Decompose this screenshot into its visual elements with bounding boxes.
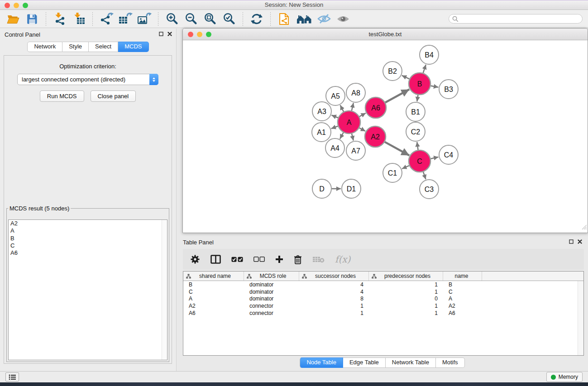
graph-node-D1[interactable]: D1 <box>342 179 361 198</box>
deselect-all-icon[interactable] <box>253 257 265 262</box>
cell-name[interactable]: C <box>443 289 482 295</box>
tab-mcds[interactable]: MCDS <box>118 42 148 52</box>
export-table-icon[interactable] <box>118 12 133 26</box>
tab-select[interactable]: Select <box>89 42 118 52</box>
graph-node-A6[interactable]: A6 <box>365 97 386 118</box>
task-history-button[interactable] <box>5 372 19 381</box>
graph-node-A8[interactable]: A8 <box>346 83 365 102</box>
column-header-predecessor-nodes[interactable]: predecessor nodes <box>369 272 443 281</box>
refresh-layout-icon[interactable] <box>249 12 264 26</box>
window-resize-grip[interactable] <box>581 224 587 232</box>
network-canvas[interactable]: AA1A3A5A8A4A7A6A2BB2B4B3B1C2CC4C1C3DD1 <box>183 40 588 232</box>
graph-node-C4[interactable]: C4 <box>439 145 458 164</box>
graph-node-B[interactable]: B <box>409 73 430 95</box>
graph-node-B3[interactable]: B3 <box>439 80 458 99</box>
run-mcds-button[interactable]: Run MCDS <box>40 91 84 102</box>
cell-shared-name[interactable]: B <box>183 281 244 288</box>
import-network-icon[interactable] <box>53 12 67 26</box>
tab-style[interactable]: Style <box>62 42 89 52</box>
column-header-MCDS-role[interactable]: MCDS role <box>244 272 299 281</box>
graph-node-A1[interactable]: A1 <box>312 123 331 142</box>
save-session-icon[interactable] <box>25 12 39 26</box>
zoom-out-icon[interactable] <box>184 12 198 26</box>
float-panel-icon[interactable] <box>159 32 163 36</box>
result-item-B[interactable]: B <box>9 235 167 242</box>
result-item-A2[interactable]: A2 <box>9 220 167 227</box>
open-session-icon[interactable] <box>6 12 20 26</box>
zoom-window-button[interactable] <box>206 32 211 37</box>
close-panel-button[interactable]: Close panel <box>91 91 136 102</box>
column-header-shared-name[interactable]: shared name <box>183 272 244 281</box>
graph-node-A5[interactable]: A5 <box>326 86 345 105</box>
delete-row-icon[interactable] <box>294 255 302 264</box>
cell-name[interactable]: A <box>443 295 482 302</box>
add-row-icon[interactable] <box>275 255 283 263</box>
cell-name[interactable]: A2 <box>443 303 482 309</box>
graph-node-A2[interactable]: A2 <box>365 126 386 147</box>
result-item-A[interactable]: A <box>9 227 167 234</box>
hide-details-icon[interactable] <box>317 12 331 26</box>
cell-successor-nodes[interactable]: 4 <box>299 281 369 288</box>
table-row-B[interactable]: Bdominator41B <box>183 281 583 288</box>
export-image-icon[interactable] <box>137 12 152 26</box>
columns-icon[interactable] <box>210 255 221 264</box>
graph-node-C3[interactable]: C3 <box>420 180 439 199</box>
show-details-icon[interactable] <box>336 12 350 26</box>
graph-node-C2[interactable]: C2 <box>406 122 425 141</box>
tab-node-table[interactable]: Node Table <box>300 357 343 368</box>
search-field[interactable] <box>449 14 583 24</box>
cell-predecessor-nodes[interactable]: 1 <box>369 303 443 309</box>
cell-shared-name[interactable]: A6 <box>183 310 244 316</box>
network-file-icon[interactable] <box>277 12 292 26</box>
zoom-window-button[interactable] <box>23 3 28 8</box>
cell-predecessor-nodes[interactable]: 1 <box>369 289 443 295</box>
graph-node-A[interactable]: A <box>338 111 360 133</box>
import-table-icon[interactable] <box>72 12 86 26</box>
settings-gear-icon[interactable] <box>190 254 200 264</box>
tab-network[interactable]: Network <box>27 42 62 52</box>
zoom-selected-icon[interactable] <box>222 12 236 26</box>
cell-shared-name[interactable]: A2 <box>183 303 244 309</box>
optimization-select[interactable]: largest connected component (directed) <box>17 74 158 85</box>
select-all-checked-icon[interactable] <box>231 257 243 262</box>
export-network-icon[interactable] <box>99 12 114 26</box>
graph-node-B4[interactable]: B4 <box>420 45 439 64</box>
cell-name[interactable]: A6 <box>443 310 482 316</box>
search-input[interactable] <box>460 15 579 22</box>
table-row-A2[interactable]: A2connector11A2 <box>183 302 583 310</box>
graph-node-A7[interactable]: A7 <box>346 141 365 160</box>
cell-successor-nodes[interactable]: 1 <box>299 310 369 316</box>
close-window-button[interactable] <box>188 32 193 37</box>
cell-successor-nodes[interactable]: 1 <box>299 303 369 309</box>
graph-node-C[interactable]: C <box>409 150 430 172</box>
close-panel-icon[interactable] <box>578 239 582 244</box>
cell-successor-nodes[interactable]: 4 <box>299 289 369 295</box>
column-header-name[interactable]: name <box>443 272 482 281</box>
tab-network-table[interactable]: Network Table <box>386 357 436 368</box>
memory-button[interactable]: Memory <box>546 372 583 382</box>
home-icon[interactable] <box>296 12 312 26</box>
graph-node-B2[interactable]: B2 <box>383 62 402 81</box>
zoom-in-icon[interactable] <box>165 12 179 26</box>
minimize-window-button[interactable] <box>197 32 202 37</box>
graph-node-B1[interactable]: B1 <box>406 102 425 121</box>
tab-edge-table[interactable]: Edge Table <box>343 357 386 368</box>
cell-name[interactable]: B <box>443 281 482 288</box>
result-item-C[interactable]: C <box>9 242 167 249</box>
cell-successor-nodes[interactable]: 8 <box>299 295 369 302</box>
cell-MCDS-role[interactable]: connector <box>244 310 299 316</box>
network-window-titlebar[interactable]: testGlobe.txt <box>183 29 588 40</box>
graph-node-C1[interactable]: C1 <box>383 163 402 182</box>
table-row-A6[interactable]: A6connector11A6 <box>183 310 583 317</box>
result-item-A6[interactable]: A6 <box>9 249 167 257</box>
cell-predecessor-nodes[interactable]: 0 <box>369 295 443 302</box>
cell-MCDS-role[interactable]: dominator <box>244 295 299 302</box>
result-scrollbar[interactable] <box>162 220 167 360</box>
cell-predecessor-nodes[interactable]: 1 <box>369 310 443 316</box>
cell-MCDS-role[interactable]: connector <box>244 303 299 309</box>
column-header-successor-nodes[interactable]: successor nodes <box>299 272 369 281</box>
cell-MCDS-role[interactable]: dominator <box>244 289 299 295</box>
minimize-window-button[interactable] <box>14 3 19 8</box>
graph-node-D[interactable]: D <box>312 179 331 198</box>
cell-MCDS-role[interactable]: dominator <box>244 281 299 288</box>
